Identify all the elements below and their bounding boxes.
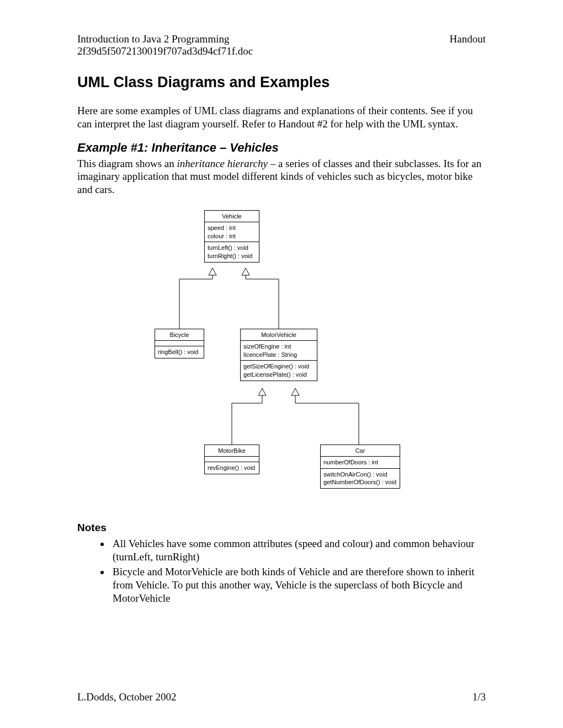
doc-type: Handout [450, 33, 486, 45]
svg-marker-5 [242, 268, 249, 275]
uml-methods: ringBell() : void [155, 346, 204, 358]
notes-list: All Vehicles have some common attributes… [110, 537, 486, 605]
svg-marker-13 [291, 388, 299, 395]
uml-methods: turnLeft() : void turnRight() : void [205, 242, 259, 262]
uml-class-name: Vehicle [205, 211, 259, 222]
svg-marker-1 [209, 268, 216, 275]
uml-class-car: Car numberOfDoors : int switchOnAirCon()… [320, 445, 400, 489]
uml-attrs [205, 457, 259, 462]
page-header: Introduction to Java 2 Programming 2f39d… [77, 33, 486, 57]
intro-paragraph: Here are some examples of UML class diag… [77, 104, 486, 131]
uml-class-vehicle: Vehicle speed : int colour : int turnLef… [204, 210, 259, 263]
uml-diagram: Vehicle speed : int colour : int turnLef… [149, 207, 414, 505]
uml-class-bicycle: Bicycle ringBell() : void [155, 329, 204, 358]
page-footer: L.Dodds, October 2002 1/3 [77, 691, 486, 703]
uml-class-name: Car [321, 445, 400, 457]
footer-page: 1/3 [472, 691, 486, 703]
uml-methods: revEngine() : void [205, 462, 259, 474]
uml-class-motorvehicle: MotorVehicle sizeOfEngine : int licenceP… [240, 329, 317, 381]
uml-class-name: MotorBike [205, 445, 259, 457]
page-title: UML Class Diagrams and Examples [77, 74, 486, 91]
uml-attrs: numberOfDoors : int [321, 457, 400, 469]
filename: 2f39d5f5072130019f707ad3d94cf71f.doc [77, 45, 253, 57]
list-item: All Vehicles have some common attributes… [110, 537, 486, 564]
uml-attrs: speed : int colour : int [205, 222, 259, 243]
notes-heading: Notes [77, 522, 486, 534]
example1-heading: Example #1: Inheritance – Vehicles [77, 141, 486, 155]
uml-methods: getSizeOfEngine() : void getLicensePlate… [241, 361, 317, 381]
uml-attrs [155, 341, 204, 346]
uml-class-name: Bicycle [155, 329, 204, 341]
footer-author: L.Dodds, October 2002 [77, 691, 176, 703]
uml-class-motorbike: MotorBike revEngine() : void [204, 445, 259, 474]
uml-class-name: MotorVehicle [241, 329, 317, 341]
example1-text: This diagram shows an inheritance hierar… [77, 157, 486, 196]
uml-attrs: sizeOfEngine : int licencePlate : String [241, 341, 317, 361]
svg-marker-9 [258, 388, 266, 395]
course-title: Introduction to Java 2 Programming [77, 33, 229, 45]
list-item: Bicycle and MotorVehicle are both kinds … [110, 565, 486, 604]
uml-methods: switchOnAirCon() : void getNumberOfDoors… [321, 469, 400, 489]
